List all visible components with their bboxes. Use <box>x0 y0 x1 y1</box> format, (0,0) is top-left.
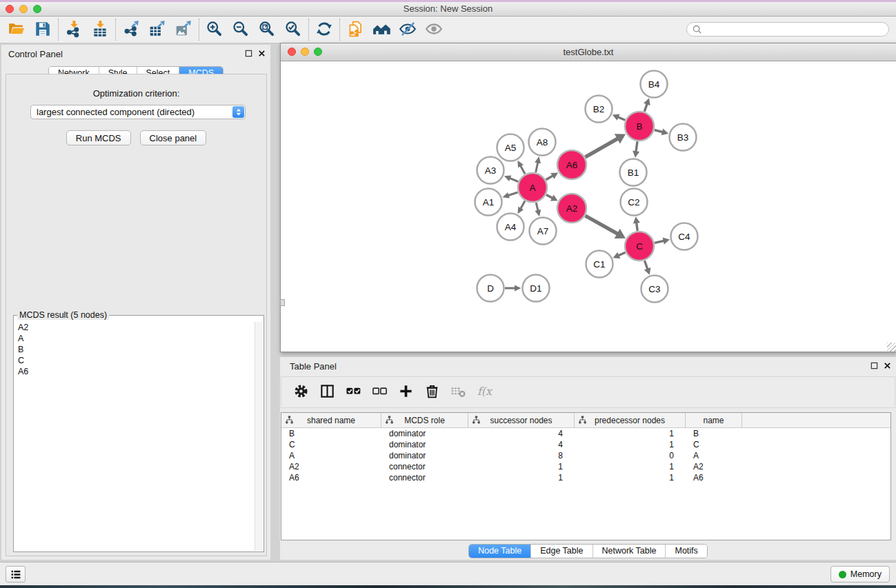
table-cell[interactable]: C <box>281 439 381 450</box>
result-list-item[interactable]: A6 <box>14 366 255 377</box>
graph-node-A7[interactable]: A7 <box>530 218 557 245</box>
graph-node-A4[interactable]: A4 <box>497 214 524 241</box>
table-row[interactable]: Cdominator41C <box>281 439 890 450</box>
table-cell[interactable]: A2 <box>281 461 381 472</box>
table-cell[interactable]: connector <box>381 472 468 483</box>
table-cell[interactable]: A6 <box>281 472 381 483</box>
column-header-name[interactable]: name <box>686 413 742 427</box>
table-cell[interactable]: 1 <box>468 472 575 483</box>
tab-node-table[interactable]: Node Table <box>469 545 530 558</box>
function-builder-button[interactable]: f(x) <box>473 381 495 403</box>
export-network-button[interactable] <box>118 19 144 41</box>
table-cell[interactable]: 1 <box>575 428 686 439</box>
zoom-window-icon[interactable] <box>33 5 41 13</box>
tab-edge-table[interactable]: Edge Table <box>530 545 592 558</box>
table-cell[interactable]: 1 <box>575 472 686 483</box>
table-cell[interactable]: connector <box>381 461 468 472</box>
zoom-out-button[interactable] <box>228 19 254 41</box>
table-row[interactable]: A6connector11A6 <box>281 472 890 483</box>
table-row[interactable]: Adominator80A <box>281 450 890 461</box>
minimize-window-icon[interactable] <box>19 5 28 13</box>
table-cell[interactable]: A <box>686 450 742 461</box>
close-panel-icon[interactable] <box>258 50 266 57</box>
graph-node-D1[interactable]: D1 <box>523 275 550 302</box>
result-list-item[interactable]: B <box>14 344 255 355</box>
network-canvas[interactable]: B4B2BB3B1A5A8A6A3AA1A4A7A2C2CC4C1C3DD1 <box>281 61 896 352</box>
deselect-all-columns-button[interactable] <box>368 381 390 403</box>
tab-motifs[interactable]: Motifs <box>665 545 706 558</box>
criterion-select[interactable]: largest connected component (directed) <box>30 105 246 119</box>
refresh-network-button[interactable] <box>311 19 337 41</box>
result-list-item[interactable]: C <box>14 355 255 366</box>
open-file-button[interactable] <box>3 19 30 41</box>
task-history-button[interactable] <box>6 566 26 582</box>
close-panel-button[interactable]: Close panel <box>140 130 207 145</box>
table-cell[interactable]: 8 <box>468 450 575 461</box>
table-cell[interactable]: B <box>686 428 742 439</box>
graph-node-A[interactable]: A <box>518 173 547 202</box>
graph-node-C4[interactable]: C4 <box>671 223 698 250</box>
table-cell[interactable]: 1 <box>575 461 686 472</box>
graph-node-B3[interactable]: B3 <box>670 124 697 151</box>
mcds-result-list[interactable]: A2ABCA6 <box>14 322 255 551</box>
table-cell[interactable]: A <box>281 450 381 461</box>
run-mcds-button[interactable]: Run MCDS <box>66 130 131 145</box>
result-scrollbar[interactable] <box>255 322 263 551</box>
graph-node-B1[interactable]: B1 <box>620 159 647 186</box>
table-cell[interactable]: A6 <box>686 472 742 483</box>
result-list-item[interactable]: A <box>14 333 255 344</box>
close-window-icon[interactable] <box>6 5 14 13</box>
table-cell[interactable]: 4 <box>468 439 575 450</box>
zoom-selected-button[interactable] <box>280 19 306 41</box>
table-cell[interactable]: dominator <box>381 428 468 439</box>
table-cell[interactable]: C <box>686 439 742 450</box>
duplicate-network-button[interactable] <box>342 19 368 41</box>
column-header-shared-name[interactable]: shared name <box>281 413 381 427</box>
network-minimize-icon[interactable] <box>301 48 309 56</box>
show-all-button[interactable] <box>421 19 447 41</box>
search-field[interactable] <box>686 22 889 37</box>
first-neighbors-button[interactable] <box>368 19 395 41</box>
hide-selected-button[interactable] <box>395 19 421 41</box>
result-list-item[interactable]: A2 <box>14 322 255 333</box>
float-table-panel-icon[interactable] <box>870 362 878 369</box>
table-row[interactable]: A2connector11A2 <box>281 461 890 472</box>
window-resize-grip[interactable] <box>280 299 285 306</box>
float-panel-icon[interactable] <box>245 50 252 57</box>
window-resize-corner[interactable] <box>887 343 896 352</box>
network-graph[interactable]: B4B2BB3B1A5A8A6A3AA1A4A7A2C2CC4C1C3DD1 <box>281 61 895 352</box>
memory-button[interactable]: Memory <box>830 566 890 582</box>
graph-node-A1[interactable]: A1 <box>475 189 502 216</box>
graph-node-C2[interactable]: C2 <box>621 189 648 216</box>
table-cell[interactable]: B <box>281 428 381 439</box>
table-cell[interactable]: dominator <box>381 439 468 450</box>
zoom-fit-button[interactable] <box>254 19 280 41</box>
table-cell[interactable]: 0 <box>575 450 686 461</box>
graph-node-B[interactable]: B <box>625 112 654 141</box>
table-settings-button[interactable] <box>290 381 312 403</box>
table-row[interactable]: Bdominator41B <box>281 428 890 439</box>
table-cell[interactable]: dominator <box>381 450 468 461</box>
graph-node-A2[interactable]: A2 <box>557 194 586 223</box>
delete-table-button[interactable] <box>447 381 469 403</box>
column-header-successor-nodes[interactable]: successor nodes <box>468 413 575 427</box>
network-zoom-icon[interactable] <box>314 48 322 56</box>
graph-node-A3[interactable]: A3 <box>477 157 504 184</box>
export-image-button[interactable] <box>170 19 197 41</box>
graph-node-C1[interactable]: C1 <box>586 251 613 278</box>
column-layout-button[interactable] <box>316 381 338 403</box>
import-table-button[interactable] <box>87 19 113 41</box>
network-close-icon[interactable] <box>288 48 296 56</box>
graph-node-B2[interactable]: B2 <box>586 96 613 123</box>
graph-node-D[interactable]: D <box>477 275 504 302</box>
column-header-MCDS-role[interactable]: MCDS role <box>381 413 468 427</box>
graph-node-A5[interactable]: A5 <box>497 134 524 161</box>
select-all-columns-button[interactable] <box>342 381 364 403</box>
graph-node-A6[interactable]: A6 <box>557 150 586 179</box>
graph-node-B4[interactable]: B4 <box>641 71 668 98</box>
network-window-titlebar[interactable]: testGlobe.txt <box>281 43 896 61</box>
search-input[interactable] <box>705 24 888 35</box>
delete-column-button[interactable] <box>421 381 443 403</box>
export-table-button[interactable] <box>144 19 170 41</box>
table-cell[interactable]: 1 <box>575 439 686 450</box>
